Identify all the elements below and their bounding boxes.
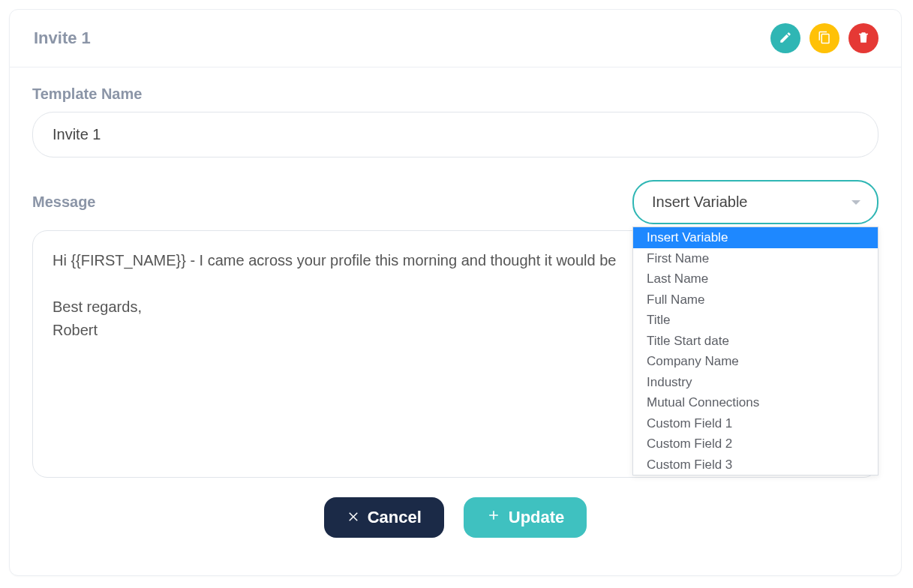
dropdown-option[interactable]: Custom Field 2 bbox=[633, 434, 878, 454]
dropdown-option[interactable]: Mutual Connections bbox=[633, 392, 878, 413]
plus-icon bbox=[486, 508, 501, 527]
insert-variable-select[interactable]: Insert Variable bbox=[632, 180, 878, 224]
message-label: Message bbox=[32, 194, 96, 211]
delete-button[interactable] bbox=[848, 23, 878, 53]
variable-dropdown: Insert Variable First Name Last Name Ful… bbox=[632, 226, 878, 476]
update-button[interactable]: Update bbox=[464, 497, 587, 538]
edit-button[interactable] bbox=[770, 23, 800, 53]
pencil-icon bbox=[779, 31, 792, 46]
card-header: Invite 1 bbox=[10, 10, 901, 68]
cancel-label: Cancel bbox=[368, 508, 422, 527]
select-value: Insert Variable bbox=[652, 194, 747, 210]
template-name-label: Template Name bbox=[32, 86, 878, 103]
message-row: Message Insert Variable Insert Variable … bbox=[32, 180, 878, 224]
card-title: Invite 1 bbox=[34, 28, 91, 48]
chevron-down-icon bbox=[851, 200, 860, 205]
dropdown-option[interactable]: Title Start date bbox=[633, 331, 878, 352]
variable-select-wrap: Insert Variable Insert Variable First Na… bbox=[632, 180, 878, 224]
dropdown-option[interactable]: Insert Variable bbox=[633, 227, 878, 248]
template-name-input[interactable] bbox=[32, 112, 878, 158]
copy-icon bbox=[818, 31, 831, 46]
close-icon bbox=[347, 508, 360, 527]
card-body: Template Name Message Insert Variable In… bbox=[10, 68, 901, 575]
template-editor-card: Invite 1 Template Name Message bbox=[9, 9, 902, 576]
action-icons bbox=[770, 23, 878, 53]
copy-button[interactable] bbox=[809, 23, 839, 53]
dropdown-option[interactable]: Title bbox=[633, 310, 878, 331]
dropdown-option[interactable]: Full Name bbox=[633, 290, 878, 310]
trash-icon bbox=[857, 31, 870, 46]
dropdown-option[interactable]: Company Name bbox=[633, 351, 878, 372]
dropdown-option[interactable]: Custom Field 3 bbox=[633, 454, 878, 476]
cancel-button[interactable]: Cancel bbox=[324, 497, 444, 538]
dropdown-option[interactable]: Custom Field 1 bbox=[633, 413, 878, 434]
footer-buttons: Cancel Update bbox=[32, 481, 878, 557]
update-label: Update bbox=[509, 508, 565, 527]
dropdown-option[interactable]: First Name bbox=[633, 248, 878, 269]
dropdown-option[interactable]: Last Name bbox=[633, 268, 878, 290]
dropdown-option[interactable]: Industry bbox=[633, 372, 878, 393]
